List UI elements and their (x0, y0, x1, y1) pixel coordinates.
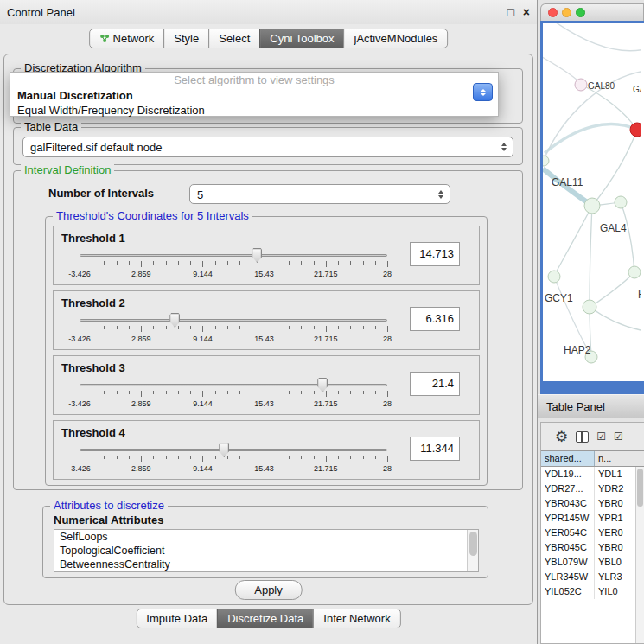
threshold-1-value-field[interactable]: 14.713 (410, 242, 460, 266)
combobox-button-icon[interactable] (473, 83, 493, 101)
close-button[interactable] (548, 8, 558, 17)
table-row[interactable]: YBR043CYBR0 (541, 496, 635, 511)
slider-tick (202, 456, 203, 462)
table-data-group: Table Data galFiltered.sif default node (13, 127, 523, 165)
apply-button[interactable]: Apply (234, 580, 303, 600)
cell-name: YBR0 (595, 496, 635, 511)
slider-tick (141, 456, 142, 462)
threshold-4-slider[interactable]: -3.4262.8599.14415.4321.71528 (80, 442, 387, 476)
tab-cyni-toolbox[interactable]: Cyni Toolbox (259, 29, 344, 48)
threshold-3-slider[interactable]: -3.4262.8599.14415.4321.71528 (80, 377, 387, 411)
network-node[interactable] (584, 198, 600, 214)
table-scrollbar[interactable] (635, 467, 644, 643)
network-view-frame: GAL80GAGAL11GAL4GCY1HAP2H (540, 21, 644, 394)
scrollbar-thumb[interactable] (469, 532, 477, 556)
float-window-icon[interactable]: □ (507, 5, 514, 19)
gear-icon[interactable]: ⚙ (555, 430, 568, 444)
algorithm-option[interactable]: Manual Discretization (10, 88, 498, 103)
slider-tick (363, 326, 364, 329)
tab-network[interactable]: Network (89, 29, 165, 48)
threshold-3-value-field[interactable]: 21.4 (410, 372, 460, 396)
network-window-titlebar[interactable] (540, 3, 644, 21)
slider-tick (301, 261, 302, 265)
threshold-2-value-field[interactable]: 6.316 (410, 307, 460, 331)
network-edge (621, 202, 634, 272)
minimize-button[interactable] (562, 8, 571, 17)
combobox-arrows-icon (438, 190, 443, 199)
slider-tick (80, 261, 80, 267)
tab-infer-network[interactable]: Infer Network (313, 609, 400, 628)
attribute-item[interactable]: BetweennessCentrality (54, 558, 478, 571)
cell-shared-name: YBR043C (541, 496, 595, 511)
table-row[interactable]: YBL079WYBL0 (541, 555, 635, 570)
slider-tick (314, 391, 315, 394)
table-row[interactable]: YER054CYER0 (541, 526, 635, 540)
scale-label: 2.859 (131, 335, 151, 343)
network-edge (590, 307, 641, 331)
network-node[interactable] (575, 79, 587, 91)
threshold-1-slider[interactable]: -3.4262.8599.14415.4321.71528 (80, 247, 387, 282)
slider-tick (178, 456, 179, 459)
tab-impute-data[interactable]: Impute Data (136, 609, 218, 628)
attribute-item[interactable]: TopologicalCoefficient (54, 544, 478, 558)
network-edge (590, 272, 634, 307)
table-row[interactable]: YDR27...YDR2 (541, 481, 635, 496)
table-row[interactable]: YLR345WYLR3 (541, 570, 635, 584)
table-row[interactable]: YPR145WYPR1 (541, 511, 635, 526)
slider-tick (363, 261, 364, 265)
cell-name: YDR2 (595, 481, 635, 496)
list-scrollbar[interactable] (467, 530, 478, 571)
zoom-button[interactable] (576, 8, 585, 17)
tab-select[interactable]: Select (208, 29, 260, 48)
algorithm-option[interactable]: Equal Width/Frequency Discretization (10, 103, 498, 118)
threshold-4-panel: Threshold 4 -3.4262.8599.14415.4321.7152… (53, 420, 480, 480)
network-node[interactable] (628, 266, 641, 278)
tab-style[interactable]: Style (163, 29, 209, 48)
slider-tick (252, 391, 252, 394)
slider-tick (215, 391, 216, 394)
slider-tick (289, 456, 290, 459)
network-node[interactable] (548, 271, 560, 283)
network-edge (593, 130, 637, 205)
table-data-combobox[interactable]: galFiltered.sif default node (22, 137, 513, 157)
slider-track (80, 384, 387, 386)
table-row[interactable]: YBR045CYBR0 (541, 540, 635, 555)
numerical-attributes-label: Numerical Attributes (54, 513, 163, 526)
scale-label: -3.426 (68, 335, 91, 343)
network-node[interactable] (543, 156, 549, 166)
network-node[interactable] (615, 196, 627, 208)
threshold-4-value-field[interactable]: 11.344 (410, 437, 460, 461)
tab-discretize-data[interactable]: Discretize Data (217, 609, 314, 628)
tab-label: Style (174, 32, 199, 45)
scale-label: 28 (383, 464, 392, 473)
tab-label: Select (219, 32, 250, 45)
slider-tick (117, 261, 118, 265)
slider-tick (153, 456, 154, 459)
checkbox-icon[interactable]: ☑ (596, 431, 606, 442)
slider-tick (265, 391, 265, 397)
column-visibility-icon[interactable] (576, 431, 589, 443)
slider-tick (375, 261, 376, 265)
table-row[interactable]: YDL19...YDL1 (541, 467, 635, 481)
checkbox-icon[interactable]: ☑ (614, 431, 623, 442)
scale-label: -3.426 (68, 270, 91, 278)
network-view-window: GAL80GAGAL11GAL4GCY1HAP2H (540, 3, 644, 394)
table-panel-header: Table Panel (538, 394, 644, 418)
slider-tick (375, 326, 376, 329)
column-header-shared-name[interactable]: shared... (541, 451, 595, 466)
table-row[interactable]: YIL052CYIL0 (541, 584, 635, 599)
threshold-2-slider[interactable]: -3.4262.8599.14415.4321.71528 (80, 312, 387, 347)
network-node-selected[interactable] (630, 123, 641, 137)
tab-jactivemnodules[interactable]: jActiveMNodules (344, 29, 449, 48)
scrollbar-thumb[interactable] (637, 469, 643, 507)
attribute-item[interactable]: SelfLoops (54, 530, 478, 544)
close-icon[interactable]: × (523, 5, 530, 19)
network-node[interactable] (583, 300, 596, 314)
numerical-attributes-list[interactable]: SelfLoopsTopologicalCoefficientBetweenne… (54, 529, 479, 572)
slider-tick (178, 261, 179, 265)
column-header-name[interactable]: n... (595, 451, 644, 466)
network-canvas[interactable]: GAL80GAGAL11GAL4GCY1HAP2H (543, 23, 644, 381)
cyni-toolbox-panel: Discretization Algorithm Select algorith… (3, 54, 533, 605)
slider-tick (265, 326, 265, 332)
number-of-intervals-combobox[interactable]: 5 (189, 184, 450, 204)
